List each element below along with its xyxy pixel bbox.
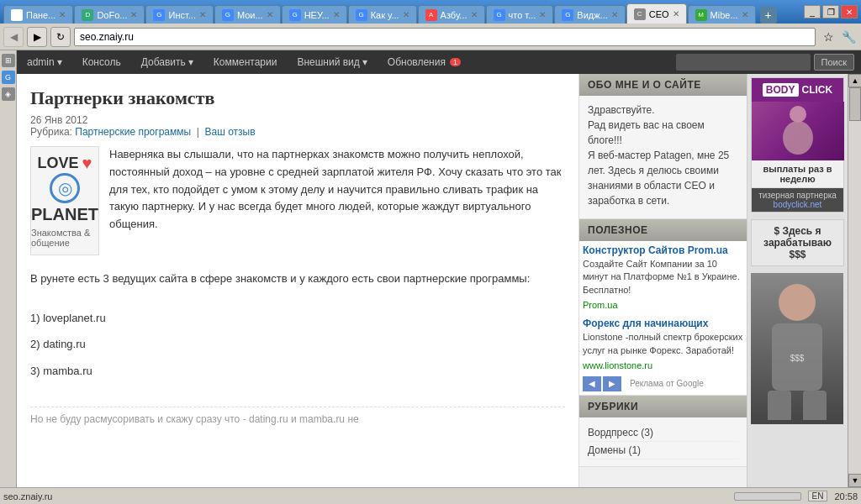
tab-11[interactable]: M Mibe... ✕ (688, 5, 756, 24)
bodyclick-site: bodyclick.net (774, 200, 822, 209)
tab-1[interactable]: P Пане... ✕ (3, 5, 73, 24)
logo-planet-icon: ◎ (58, 178, 72, 198)
updates-badge: 1 (450, 58, 461, 66)
svg-rect-5 (768, 391, 791, 420)
admin-search: Поиск (676, 54, 854, 71)
status-bar: seo.znaiy.ru EN 20:58 (0, 487, 861, 504)
svg-point-0 (790, 106, 806, 123)
google-tag: Реклама от Google (630, 379, 704, 388)
close-tab-10[interactable]: ✕ (673, 9, 679, 18)
scrollbar: ▲ ▼ (848, 74, 861, 487)
widget-rubrics-title: РУБРИКИ (579, 396, 747, 417)
progress-bar (734, 492, 801, 501)
post-comment-link[interactable]: Ваш отзыв (205, 126, 256, 138)
tab-8[interactable]: G что т... ✕ (486, 5, 554, 24)
status-right: EN 20:58 (734, 491, 858, 501)
language-badge: EN (808, 491, 828, 501)
close-tab-6[interactable]: ✕ (403, 10, 409, 19)
sidebar-icon-2[interactable]: G (2, 71, 15, 84)
content-area: ⊞ G ◈ admin ▾ Консоль Добавить ▾ К (0, 50, 861, 487)
ad-item-1: Конструктор Сайтов Prom.ua Создайте Сайт… (583, 244, 743, 311)
ad-prev-button[interactable]: ◀ (583, 376, 601, 391)
tab-4[interactable]: G Мои... ✕ (214, 5, 281, 24)
close-tab-5[interactable]: ✕ (333, 10, 340, 19)
close-tab-3[interactable]: ✕ (199, 10, 206, 19)
close-tab-1[interactable]: ✕ (59, 10, 66, 19)
window-controls: _ ❐ ✕ (804, 5, 858, 18)
tab-2[interactable]: D DoFo... ✕ (74, 5, 145, 24)
settings-icon[interactable]: 🔧 (839, 28, 858, 46)
post-meta: 26 Янв 2012 Рубрика: Партнерские програм… (30, 114, 565, 138)
admin-item-comments[interactable]: Комментарии (210, 56, 281, 68)
logo-top: LOVE ♥ (38, 154, 92, 173)
main-content: Партнерки знакомств 26 Янв 2012 Рубрика:… (17, 74, 578, 487)
tab-icon-6: G (356, 9, 367, 21)
close-tab-11[interactable]: ✕ (742, 10, 748, 19)
widget-about-content: Здравствуйте.Рад видеть вас на своем бло… (579, 96, 747, 218)
admin-item-admin[interactable]: admin ▾ (24, 56, 66, 68)
tab-icon-8: G (494, 9, 505, 21)
scroll-up-button[interactable]: ▲ (848, 74, 861, 87)
ad-link-1[interactable]: Конструктор Сайтов Prom.ua (583, 244, 743, 256)
admin-label: admin (27, 56, 55, 68)
tab-3[interactable]: G Инст... ✕ (145, 5, 213, 24)
tab-10-ceo[interactable]: C CEO ✕ (626, 3, 687, 24)
scroll-thumb[interactable] (849, 87, 861, 121)
address-bar[interactable]: seo.znaiy.ru (74, 28, 816, 46)
person-svg: $$$ (755, 277, 839, 420)
bookmark-star-icon[interactable]: ☆ (819, 28, 837, 46)
tab-icon-5: G (289, 9, 301, 21)
tab-5[interactable]: G НЕУ... ✕ (282, 5, 347, 24)
widget-ads: Конструктор Сайтов Prom.ua Создайте Сайт… (579, 241, 747, 395)
admin-item-add[interactable]: Добавить ▾ (138, 56, 197, 68)
body-label: BODY (763, 83, 799, 97)
tab-icon-3: G (153, 9, 165, 21)
close-tab-9[interactable]: ✕ (611, 10, 618, 19)
svg-text:$$$: $$$ (790, 354, 805, 363)
close-button[interactable]: ✕ (841, 5, 858, 18)
browser-frame: P Пане... ✕ D DoFo... ✕ G Инст... ✕ G Мо… (0, 0, 861, 504)
person-image: $$$ (751, 273, 843, 424)
browser-sidebar: ⊞ G ◈ (0, 50, 17, 487)
admin-item-console[interactable]: Консоль (79, 56, 124, 68)
forward-button[interactable]: ▶ (27, 27, 47, 47)
admin-item-updates[interactable]: Обновления 1 (384, 56, 464, 68)
sidebar-icon-3[interactable]: ◈ (2, 87, 15, 101)
bodyclick-sub: тизерная партнерка bodyclick.net (752, 188, 843, 212)
ad-link-2[interactable]: Форекс для начинающих (583, 318, 743, 329)
new-tab-button[interactable]: + (760, 7, 777, 24)
admin-search-button[interactable]: Поиск (814, 54, 854, 71)
wp-admin-bar: admin ▾ Консоль Добавить ▾ Комментарии В… (17, 50, 861, 74)
status-progress (734, 492, 801, 501)
restore-button[interactable]: ❐ (822, 5, 839, 18)
widget-about-title: ОБО МНЕ И О САЙТЕ (579, 74, 747, 96)
category-item-1[interactable]: Вордпресс (3) (588, 424, 738, 442)
close-tab-4[interactable]: ✕ (267, 10, 273, 19)
post-body: LOVE ♥ ◎ PLANET Знакомства & общение Нав… (30, 146, 565, 255)
post-category-label: Рубрика: (30, 126, 72, 138)
scroll-track[interactable] (848, 87, 861, 474)
back-button[interactable]: ◀ (3, 27, 24, 47)
category-item-2[interactable]: Домены (1) (588, 442, 738, 459)
ad-next-button[interactable]: ▶ (603, 376, 621, 391)
tab-7[interactable]: A Азбу... ✕ (418, 5, 485, 24)
sidebar-icon-1[interactable]: ⊞ (2, 54, 15, 67)
admin-search-input[interactable] (676, 54, 811, 71)
logo-subtitle: Знакомства & общение (31, 228, 98, 248)
scroll-down-button[interactable]: ▼ (848, 474, 861, 487)
tab-bar: P Пане... ✕ D DoFo... ✕ G Инст... ✕ G Мо… (3, 0, 804, 24)
tab-6[interactable]: G Как у... ✕ (348, 5, 417, 24)
ad-desc-1: Создайте Сайт Компании за 10 минут на Пл… (583, 258, 743, 297)
close-tab-2[interactable]: ✕ (130, 10, 137, 19)
close-tab-8[interactable]: ✕ (539, 10, 546, 19)
tab-9[interactable]: G Видж... ✕ (554, 5, 625, 24)
ad-url-2: www.lionstone.ru (583, 360, 652, 370)
post-category-link[interactable]: Партнерские программы (75, 126, 191, 138)
tab-icon-4: G (222, 9, 234, 21)
close-tab-7[interactable]: ✕ (471, 10, 478, 19)
refresh-button[interactable]: ↻ (50, 27, 71, 47)
minimize-button[interactable]: _ (804, 5, 821, 18)
widget-useful: ПОЛЕЗНОЕ Конструктор Сайтов Prom.ua Созд… (579, 219, 747, 396)
bodyclick-image (752, 102, 844, 160)
admin-item-appearance[interactable]: Внешний вид ▾ (293, 56, 370, 68)
